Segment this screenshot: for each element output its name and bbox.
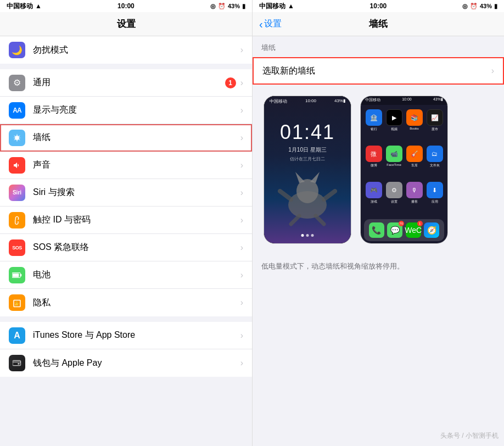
app-podcasts[interactable]: 🎙 播客 <box>406 182 423 215</box>
lock-time-status: 10:00 <box>305 98 316 104</box>
siri-icon: Siri <box>9 185 25 201</box>
touch-icon <box>9 212 25 228</box>
app-weibo[interactable]: 微 微博 <box>365 146 382 179</box>
settings-item-privacy[interactable]: ✋ 隐私 › <box>0 289 252 316</box>
sos-icon: SOS <box>9 239 25 256</box>
left-content: 🌙 勿扰模式 › ⚙ 通用 1 › AA 显示与亮度 › <box>0 36 252 446</box>
wallpaper-choose-container: 选取新的墙纸 › <box>253 57 504 85</box>
dock-wechat[interactable]: WeC 1 <box>406 222 421 238</box>
section-gap-1 <box>0 64 252 69</box>
home-battery-text: 43%▮ <box>433 97 443 104</box>
app-appstore[interactable]: ⬇ 应用 <box>426 182 443 215</box>
svg-marker-10 <box>295 172 305 183</box>
lock-dot-2 <box>306 234 309 237</box>
app-video[interactable]: ▶ 视频 <box>385 109 402 142</box>
settings-item-display[interactable]: AA 显示与亮度 › <box>0 97 252 124</box>
choose-wallpaper-row[interactable]: 选取新的墙纸 › <box>253 57 504 85</box>
settings-item-siri[interactable]: Siri Siri 与搜索 › <box>0 179 252 207</box>
location-icon: ◎ <box>210 3 216 10</box>
app-games[interactable]: 🎮 游戏 <box>365 182 382 215</box>
choose-wallpaper-chevron: › <box>491 66 494 76</box>
wallpaper-icon <box>9 130 25 146</box>
battery-label: 电池 <box>33 269 240 281</box>
svg-line-12 <box>280 191 291 199</box>
app-stocks[interactable]: 📈 股市 <box>426 109 443 142</box>
back-button[interactable]: ‹ 设置 <box>259 18 282 30</box>
app-files[interactable]: 🗂 文件夹 <box>426 146 443 179</box>
battery-icon-item <box>9 267 25 283</box>
home-status-bar: 中国移动 10:00 43%▮ <box>361 96 447 105</box>
app-icon-yinhang: 🏦 <box>366 109 382 126</box>
home-screen-preview[interactable]: 中国移动 10:00 43%▮ 🏦 银行 ▶ 视频 <box>360 96 448 244</box>
home-app-grid: 🏦 银行 ▶ 视频 📚 Books 📈 股 <box>361 105 447 217</box>
lock-date-display: 1月10日 星期三 <box>288 146 326 154</box>
right-status-right: ◎ ⏰ 43% ▮ <box>462 3 497 10</box>
itunes-label: iTunes Store 与 App Store <box>33 330 240 341</box>
app-yinhang[interactable]: 🏦 银行 <box>365 109 382 142</box>
wallpaper-cat-image <box>275 161 340 227</box>
general-label: 通用 <box>33 77 225 88</box>
svg-marker-11 <box>310 172 320 183</box>
siri-chevron: › <box>240 188 243 198</box>
home-dock: 📞 💬 70 WeC 1 🧭 <box>364 219 444 241</box>
wallpaper-section-label: 墙纸 <box>253 36 504 57</box>
app-icon-books: 📚 <box>406 109 423 126</box>
settings-item-general[interactable]: ⚙ 通用 1 › <box>0 69 252 97</box>
watermark: 头条号 / 小智测手机 <box>440 431 499 441</box>
lock-screen-preview[interactable]: 中国移动 10:00 43%▮ 01:41 1月10日 星期三 估计在三月七日二 <box>264 96 351 244</box>
touch-chevron: › <box>240 215 243 225</box>
settings-item-touch[interactable]: 触控 ID 与密码 › <box>0 207 252 234</box>
lock-page-dots <box>301 234 314 237</box>
dnd-icon: 🌙 <box>9 42 25 58</box>
back-label: 设置 <box>264 18 282 30</box>
dock-phone[interactable]: 📞 <box>369 222 384 238</box>
app-garage[interactable]: 🎸 车库 <box>406 146 423 179</box>
settings-item-itunes[interactable]: A iTunes Store 与 App Store › <box>0 322 252 349</box>
home-carrier-text: 中国移动 <box>365 97 380 104</box>
dock-safari[interactable]: 🧭 <box>424 222 439 238</box>
left-nav-title: 设置 <box>117 18 136 30</box>
right-time: 10:00 <box>370 2 387 10</box>
wallpaper-chevron: › <box>240 133 243 143</box>
siri-label: Siri 与搜索 <box>33 187 240 198</box>
general-chevron: › <box>240 78 243 88</box>
general-badge: 1 <box>225 77 236 88</box>
svg-line-14 <box>291 216 299 224</box>
right-carrier: 中国移动 <box>259 2 285 11</box>
app-icon-stocks: 📈 <box>427 109 443 126</box>
alarm-icon: ⏰ <box>218 3 226 10</box>
settings-item-wallet[interactable]: 钱包与 Apple Pay › <box>0 349 252 377</box>
settings-section-store: A iTunes Store 与 App Store › 钱包与 Apple P… <box>0 322 252 377</box>
settings-item-sounds[interactable]: 声音 › <box>0 152 252 179</box>
app-books[interactable]: 📚 Books <box>406 109 423 142</box>
status-left: 中国移动 ▲ <box>7 2 42 11</box>
app-facetime[interactable]: 📹 FaceTime <box>385 146 402 179</box>
app-settings[interactable]: ⚙ 设置 <box>385 182 402 215</box>
dnd-chevron: › <box>240 45 243 55</box>
dock-messages[interactable]: 💬 70 <box>387 222 402 238</box>
app-icon-video: ▶ <box>386 109 402 126</box>
settings-item-dnd[interactable]: 🌙 勿扰模式 › <box>0 36 252 64</box>
touch-label: 触控 ID 与密码 <box>33 214 240 226</box>
right-battery-text: 43% <box>480 3 492 9</box>
privacy-chevron: › <box>240 298 243 308</box>
left-status-bar: 中国移动 ▲ 10:00 ◎ ⏰ 43% ▮ <box>0 0 252 12</box>
section-gap-2 <box>0 316 252 322</box>
app-icon-files: 🗂 <box>427 146 443 162</box>
settings-item-wallpaper[interactable]: 墙纸 › <box>0 124 252 152</box>
app-icon-appstore: ⬇ <box>427 182 443 198</box>
itunes-icon: A <box>9 327 25 344</box>
right-status-bar: 中国移动 ▲ 10:00 ◎ ⏰ 43% ▮ <box>253 0 504 12</box>
settings-section-dnd: 🌙 勿扰模式 › <box>0 36 252 64</box>
svg-line-13 <box>324 191 335 199</box>
app-icon-garage: 🎸 <box>406 146 423 162</box>
wallpaper-label: 墙纸 <box>33 132 240 143</box>
messages-badge: 70 <box>399 221 405 226</box>
settings-item-sos[interactable]: SOS SOS 紧急联络 › <box>0 234 252 261</box>
settings-item-battery[interactable]: 电池 › <box>0 261 252 289</box>
app-icon-games: 🎮 <box>366 182 382 198</box>
svg-rect-7 <box>18 363 19 365</box>
app-icon-podcasts: 🎙 <box>406 182 423 198</box>
general-icon: ⚙ <box>9 75 25 91</box>
status-right: ◎ ⏰ 43% ▮ <box>210 3 245 10</box>
